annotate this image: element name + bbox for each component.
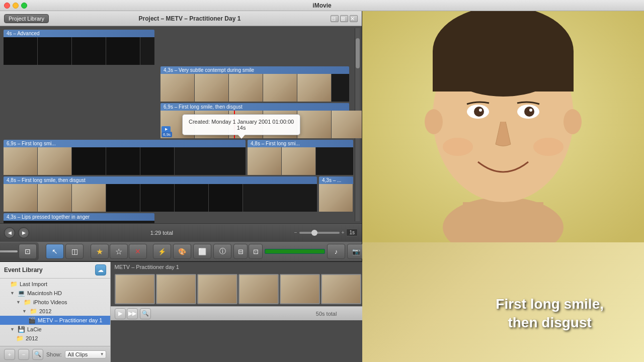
- thumb: [106, 37, 140, 65]
- window-btn-2[interactable]: ⊞: [340, 15, 348, 22]
- view-toggle: ⊟ ⊡: [233, 244, 263, 259]
- reject-button[interactable]: ✕: [129, 244, 147, 259]
- clip-label-advanced: 4s – Advanced: [4, 30, 154, 37]
- svg-point-13: [529, 109, 532, 112]
- sidebar-item-macintosh-hd[interactable]: ▼ 💻 Macintosh HD: [0, 289, 110, 298]
- show-select[interactable]: All Clips Favorites Unfavorited: [65, 350, 106, 358]
- event-thumb[interactable]: [115, 274, 155, 304]
- event-thumb[interactable]: [156, 274, 196, 304]
- event-sidebar-header: Event Library ☁: [0, 262, 110, 279]
- play-fullscreen-button[interactable]: ▶▶: [127, 308, 138, 319]
- tooltip-line1: Created: Monday 1 January 2001 01:00:00: [189, 119, 294, 125]
- zoom-minus[interactable]: −: [294, 230, 297, 235]
- preview-panel: First long smile, then disgust: [362, 11, 644, 362]
- single-view-button[interactable]: ⊡: [249, 244, 263, 259]
- event-library-btn[interactable]: ☁: [95, 264, 106, 276]
- playback-bar: ◀ ▶ 1:29 total − + 1s: [0, 223, 362, 241]
- crop-rotate-button[interactable]: ⬜: [193, 244, 211, 259]
- svg-point-7: [564, 109, 582, 134]
- thumb: [160, 74, 195, 102]
- audio-level-bar: [265, 249, 325, 254]
- sidebar-item-metv[interactable]: 🎬 METV – Practitioner day 1: [0, 316, 110, 325]
- zoom-control: − + 1s: [294, 229, 358, 236]
- folder-icon: 📁: [30, 308, 37, 315]
- sidebar-item-label: METV – Practitioner day 1: [38, 317, 102, 323]
- sidebar-item-label: Last Import: [20, 281, 47, 287]
- maximize-btn[interactable]: [21, 3, 27, 9]
- left-panel: Project Library Project – METV – Practit…: [0, 11, 362, 362]
- play-button[interactable]: ▶: [18, 227, 29, 238]
- view-slider[interactable]: [0, 250, 18, 252]
- sidebar-item-2012-lacie[interactable]: 📁 2012: [0, 334, 110, 343]
- window-btn-3[interactable]: ✕: [350, 15, 358, 22]
- event-thumb[interactable]: [197, 274, 237, 304]
- event-total: 50s total: [316, 311, 337, 317]
- audio-button[interactable]: ♪: [327, 244, 345, 259]
- svg-point-15: [533, 138, 564, 156]
- project-header: Project Library Project – METV – Practit…: [0, 11, 362, 26]
- info-button[interactable]: ⓘ: [213, 244, 231, 259]
- preview-image: First long smile, then disgust: [362, 11, 644, 362]
- thumb: [72, 184, 106, 212]
- sidebar-item-last-import[interactable]: 📁 Last Import: [0, 280, 110, 289]
- enhance-button[interactable]: ⚡: [153, 244, 171, 259]
- trim-tool-button[interactable]: ◫: [65, 244, 84, 259]
- event-thumb[interactable]: [321, 274, 361, 304]
- color-correct-button[interactable]: 🎨: [173, 244, 191, 259]
- search-event-button[interactable]: 🔍: [32, 349, 43, 360]
- thumb: [332, 111, 362, 138]
- zoom-slider[interactable]: [299, 232, 340, 234]
- minimize-btn[interactable]: [13, 3, 19, 9]
- event-thumb[interactable]: [280, 274, 320, 304]
- event-thumb[interactable]: [238, 274, 279, 304]
- folder-icon: 📁: [24, 299, 31, 306]
- right-toolbar: ⚡ 🎨 ⬜ ⓘ: [153, 244, 231, 259]
- app-title: iMovie: [312, 2, 331, 9]
- search-button[interactable]: 🔍: [140, 308, 151, 319]
- folder-icon: 📁: [16, 335, 24, 342]
- sidebar-item-2012-iphoto[interactable]: ▼ 📁 2012: [0, 307, 110, 316]
- remove-event-button[interactable]: −: [18, 349, 29, 360]
- favorite-button[interactable]: ★: [91, 244, 109, 259]
- sidebar-item-lacie[interactable]: ▼ 💾 LaCie: [0, 325, 110, 334]
- thumb: [38, 147, 72, 175]
- timeline-total: 1:29 total: [32, 230, 291, 236]
- close-btn[interactable]: [4, 3, 10, 9]
- clip-69s-short: 6,9s – First long smi...: [4, 140, 246, 175]
- sidebar-item-iphoto-videos[interactable]: ▼ 📁 iPhoto Videos: [0, 298, 110, 307]
- event-sidebar: Event Library ☁ 📁 Last Import ▼ 💻 Macint…: [0, 262, 111, 362]
- project-library-button[interactable]: Project Library: [4, 14, 49, 23]
- clip-thumbs-advanced: [4, 37, 154, 65]
- project-clips-inner: 4s – Advanced 4,3s – Very subtle contemp…: [2, 28, 355, 221]
- sidebar-item-label: 2012: [39, 308, 51, 314]
- event-library-title: Event Library: [4, 266, 43, 274]
- project-title: Project – METV – Practitioner Day 1: [139, 15, 241, 22]
- clip-contempt: 4,3s – Very subtle contempt during smile: [160, 66, 352, 102]
- clip-label-lips: 4,3s – Lips pressed together in anger: [4, 213, 154, 221]
- unfavorite-button[interactable]: ☆: [110, 244, 128, 259]
- pointer-tool-button[interactable]: ↖: [46, 244, 64, 259]
- split-view-button[interactable]: ⊟: [233, 244, 248, 259]
- zoom-thumb[interactable]: [311, 230, 317, 236]
- zoom-fit-button[interactable]: ⊡: [19, 244, 37, 259]
- zoom-plus[interactable]: +: [342, 230, 345, 235]
- thumb: [106, 184, 140, 212]
- clip-48s-first: 4,8s – First long smi...: [248, 140, 353, 175]
- window-btn-1[interactable]: ⊟: [331, 15, 339, 22]
- thumb: [4, 184, 38, 212]
- play-event-button[interactable]: ▶: [115, 308, 126, 319]
- caption-line1: First long smile,: [496, 295, 604, 313]
- toolbar: ⊞ ⊡ ↖ ◫ ★ ☆ ✕ ⚡ 🎨 ⬜ ⓘ: [0, 241, 362, 261]
- bottom-panel: Event Library ☁ 📁 Last Import ▼ 💻 Macint…: [0, 261, 362, 362]
- hd-icon: 💻: [18, 290, 25, 297]
- sidebar-item-label: Macintosh HD: [27, 290, 62, 296]
- add-event-button[interactable]: +: [4, 349, 15, 360]
- traffic-lights: [4, 3, 27, 9]
- rewind-button[interactable]: ◀: [4, 227, 15, 238]
- zoom-label: 1s: [346, 229, 358, 236]
- clip-tooltip: Created: Monday 1 January 2001 01:00:00 …: [182, 114, 300, 135]
- sidebar-item-label: LaCie: [27, 326, 42, 332]
- clip-duration-badge: 6,9s: [162, 132, 172, 137]
- toolbar-group-view: ⊞ ⊡: [0, 242, 39, 260]
- svg-point-14: [443, 138, 473, 156]
